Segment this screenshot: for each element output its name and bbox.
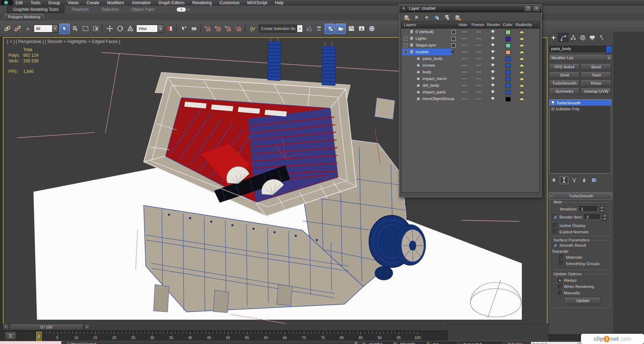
update-option-always[interactable]: Always <box>558 278 576 282</box>
prev-frame-button[interactable]: < <box>3 324 9 330</box>
delete-layer-icon[interactable]: × <box>413 14 420 21</box>
dropdown-arrow-icon[interactable]: ▼ <box>52 25 58 32</box>
modifier-button-symmetry[interactable]: Symmetry <box>549 88 580 94</box>
modifier-button-unwrap-uvw[interactable]: Unwrap UVW <box>581 88 611 94</box>
layer-name[interactable]: crusher <box>415 50 429 54</box>
y-coordinate-field[interactable]: 693.9775 <box>399 342 425 344</box>
select-objects-in-layer-icon[interactable] <box>433 14 440 21</box>
object-row[interactable]: impact_mech <box>401 75 539 82</box>
stack-item-editable-poly[interactable]: Editable Poly <box>550 106 611 112</box>
dropdown-arrow-icon[interactable]: ▼ <box>157 25 163 32</box>
layer-dialog-titlebar[interactable]: G Layer: crusher ? × <box>399 5 542 12</box>
render-toggle-icon[interactable] <box>490 43 496 47</box>
layer-color-swatch[interactable] <box>506 84 511 88</box>
spinner-snap-toggle-icon[interactable]: ↕ <box>234 24 243 33</box>
selection-lock-icon[interactable] <box>354 342 358 344</box>
bind-to-spacewarp-icon[interactable]: ≈ <box>23 24 32 33</box>
hide-toggle[interactable] <box>462 58 468 59</box>
radiosity-icon[interactable] <box>519 49 525 54</box>
align-icon[interactable] <box>314 24 324 33</box>
explicit-normals-checkbox[interactable] <box>553 229 558 234</box>
layer-color-swatch[interactable] <box>506 63 511 68</box>
ribbon-options-icon[interactable]: ▼ <box>187 8 190 11</box>
select-and-rotate-icon[interactable] <box>115 24 125 33</box>
update-option-manually[interactable]: Manually <box>558 291 580 295</box>
hide-toggle[interactable] <box>462 38 468 39</box>
dropdown-arrow-icon[interactable]: ▼ <box>297 25 302 32</box>
radiosity-icon[interactable] <box>519 76 525 81</box>
render-toggle-icon[interactable] <box>490 70 496 73</box>
column-render[interactable]: Render <box>487 23 500 27</box>
freeze-toggle[interactable] <box>476 72 482 73</box>
set-current-layer-icon[interactable] <box>454 14 461 21</box>
freeze-toggle[interactable] <box>476 31 482 32</box>
modifier-button-relax[interactable]: Relax <box>581 80 611 86</box>
object-color-swatch[interactable] <box>606 46 612 53</box>
schematic-view-icon[interactable] <box>357 24 366 33</box>
hide-toggle[interactable] <box>462 45 468 46</box>
tab-modify-icon[interactable] <box>558 33 568 42</box>
radio-icon[interactable] <box>558 278 562 282</box>
selection-filter-dropdown[interactable]: All▼ <box>34 25 58 32</box>
layer-row[interactable]: 0 (default) <box>401 29 539 35</box>
modifier-button-ffd-4x4x4[interactable]: FFD 4x4x4 <box>549 63 580 70</box>
layer-color-swatch[interactable] <box>506 37 511 41</box>
layer-name[interactable]: parts_body <box>423 56 443 61</box>
curve-editor-icon[interactable] <box>346 24 356 33</box>
iterations-spinner[interactable]: ▲▼ <box>600 206 604 212</box>
modifier-list-dropdown[interactable]: Modifier List ▼ <box>549 54 612 61</box>
materials-checkbox[interactable] <box>559 255 564 260</box>
layer-color-swatch[interactable] <box>506 57 511 61</box>
menu-rendering[interactable]: Rendering <box>192 0 212 5</box>
radiosity-icon[interactable] <box>519 36 525 41</box>
render-toggle-icon[interactable] <box>490 90 496 93</box>
hide-toggle[interactable] <box>462 31 468 32</box>
stack-item-turbosmooth[interactable]: TurboSmooth <box>550 100 611 106</box>
maxscript-mini-listener[interactable] <box>0 341 62 344</box>
select-object-button[interactable] <box>60 24 70 34</box>
object-row[interactable]: HeroObjectGroup <box>401 96 539 102</box>
next-frame-button[interactable]: > <box>84 324 90 330</box>
render-toggle-icon[interactable] <box>490 50 496 53</box>
tab-utilities-icon[interactable] <box>597 33 606 42</box>
edit-named-selection-sets-icon[interactable]: {} <box>248 24 257 33</box>
open-mini-curve-editor-icon[interactable] <box>5 332 16 340</box>
add-to-layer-icon[interactable]: + <box>423 14 430 21</box>
time-slider-handle[interactable]: 0 / 100 <box>10 324 83 330</box>
menu-create[interactable]: Create <box>87 0 99 5</box>
remove-modifier-icon[interactable] <box>580 177 588 184</box>
select-and-move-icon[interactable] <box>105 24 114 33</box>
menu-edit[interactable]: Edit <box>15 0 23 5</box>
hide-toggle[interactable] <box>462 92 468 93</box>
freeze-toggle[interactable] <box>476 78 482 79</box>
layer-color-swatch[interactable] <box>506 70 511 75</box>
pin-stack-icon[interactable] <box>550 177 558 184</box>
radiosity-icon[interactable] <box>519 90 525 94</box>
layer-name[interactable]: impact_mech <box>423 76 446 81</box>
tab-create-icon[interactable] <box>549 33 558 42</box>
layer-name[interactable]: screws <box>423 63 435 67</box>
layer-color-swatch[interactable] <box>506 43 511 48</box>
hide-toggle[interactable] <box>462 78 468 79</box>
object-row[interactable]: det_body <box>401 82 539 89</box>
select-by-name-icon[interactable] <box>70 24 80 33</box>
menu-modifiers[interactable]: Modifiers <box>107 0 124 5</box>
snap-toggle-3d-icon[interactable]: 3 <box>203 24 213 33</box>
expand-toggle-icon[interactable]: + <box>404 43 408 47</box>
angle-snap-toggle-icon[interactable]: ∠ <box>213 24 223 33</box>
layer-name[interactable]: Lights <box>415 36 426 41</box>
layer-row[interactable]: +Lights <box>401 35 539 42</box>
make-unique-icon[interactable] <box>570 177 578 184</box>
hide-toggle[interactable] <box>462 72 468 73</box>
select-and-scale-icon[interactable] <box>125 24 135 33</box>
timeline-ruler[interactable]: 0 05101520253035404550556065707580859095… <box>18 331 446 341</box>
layer-name[interactable]: 0 (default) <box>415 30 434 34</box>
radiosity-icon[interactable] <box>519 29 525 34</box>
render-toggle-icon[interactable] <box>490 56 496 60</box>
radio-icon[interactable] <box>558 291 562 295</box>
expand-toggle-icon[interactable]: + <box>404 37 408 41</box>
hide-toggle[interactable] <box>462 65 468 66</box>
layer-color-swatch[interactable] <box>506 97 511 102</box>
ribbon-tab-selection[interactable]: Selection <box>96 6 124 13</box>
render-toggle-icon[interactable] <box>490 83 496 87</box>
